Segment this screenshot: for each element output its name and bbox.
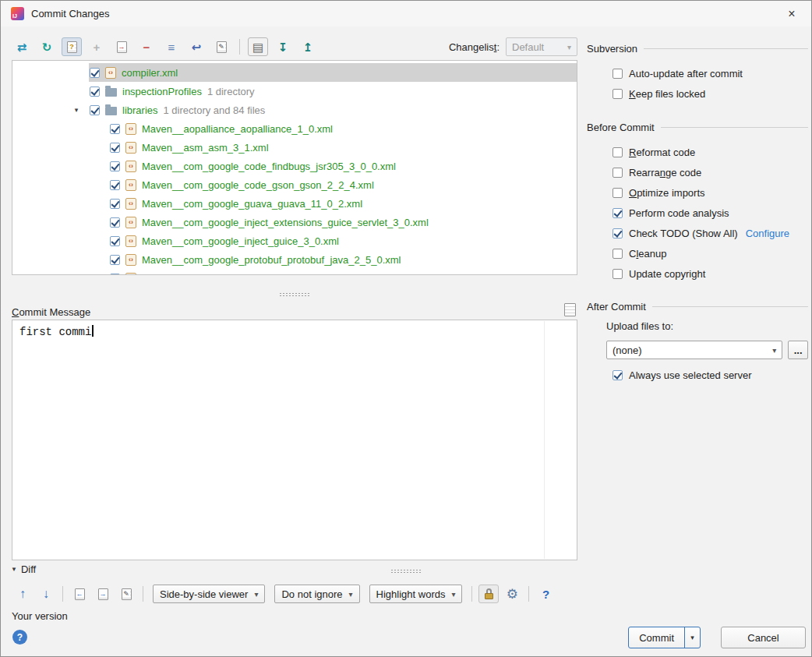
rearrange-code-checkbox[interactable] [613, 168, 623, 178]
jump-to-source-icon: ✎ [122, 588, 132, 600]
upload-server-combo[interactable]: (none) ▾ [606, 341, 782, 359]
commit-option-row: Update copyright [587, 263, 808, 284]
window-title: Commit Changes [31, 8, 109, 19]
close-icon[interactable]: × [782, 7, 801, 21]
xml-file-icon: ‹› [105, 67, 116, 79]
tree-row-maven-asm-asm-3-1-xml[interactable]: ‹›Maven__asm_asm_3_1.xml [12, 138, 577, 157]
auto-update-after-commit-checkbox[interactable] [613, 69, 623, 79]
include-checkbox[interactable] [110, 236, 120, 246]
ignore-whitespace-dropdown[interactable]: Do not ignore▾ [274, 585, 359, 603]
include-checkbox[interactable] [110, 143, 120, 153]
help-button[interactable]: ? [12, 630, 27, 645]
collapse-all-icon-button[interactable]: ↥ [298, 37, 318, 56]
add-to-vcs-icon-button[interactable]: + [86, 37, 107, 56]
commit-options-arrow[interactable]: ▾ [684, 627, 700, 648]
commit-option-row: Rearrange code [587, 162, 808, 182]
tree-row-inspectionprofiles[interactable]: inspectionProfiles1 directory [12, 82, 577, 101]
toolbar-icons: ⇄↻?+→−≡↩✎▤↧↥ [12, 37, 318, 56]
include-checkbox[interactable] [110, 255, 120, 265]
delete-icon-button[interactable]: − [136, 37, 157, 56]
tree-row-partial[interactable]: ‹› [12, 269, 577, 275]
show-unversioned-files-icon-button[interactable]: ? [62, 37, 82, 56]
tree-row-compiler-xml[interactable]: ‹›compiler.xml [12, 63, 577, 82]
include-checkbox[interactable] [110, 124, 120, 134]
expand-all-icon-button[interactable]: ↧ [273, 37, 293, 56]
section-header-subversion: Subversion [587, 41, 808, 55]
diff-section-toggle[interactable]: ▼ Diff [11, 563, 36, 575]
commit-option-row: Cleanup [587, 243, 808, 263]
collapse-all-icon: ↥ [303, 41, 313, 53]
changelist-combo[interactable]: Default ▾ [506, 37, 577, 56]
diff-toolbar: ↑↓←→✎Side-by-side viewer▾Do not ignore▾H… [12, 581, 556, 606]
update-copyright-checkbox[interactable] [613, 269, 623, 279]
include-checkbox[interactable] [110, 274, 120, 276]
previous-file-icon-button[interactable]: ← [69, 585, 90, 603]
refresh-icon-button[interactable]: ↻ [37, 37, 57, 56]
include-checkbox[interactable] [110, 161, 120, 171]
group-by-changelist-icon-button[interactable]: ≡ [161, 37, 182, 56]
tree-row-maven-aopalliance-aopalliance-1-0-xml[interactable]: ‹›Maven__aopalliance_aopalliance_1_0.xml [12, 119, 577, 138]
file-name: libraries [122, 104, 158, 116]
cleanup-checkbox[interactable] [613, 249, 623, 259]
revert-icon-button[interactable]: ↩ [186, 37, 207, 56]
include-checkbox[interactable] [90, 68, 100, 78]
revert-icon: ↩ [192, 41, 202, 53]
tree-row-maven-com-google-inject-extensions-guice-servlet-3-0-xml[interactable]: ‹›Maven__com_google_inject_extensions_gu… [12, 213, 577, 231]
previous-difference-icon-button[interactable]: ↑ [12, 585, 33, 603]
read-only-lock-icon-button[interactable] [478, 585, 499, 603]
file-name: Maven__com_google_code_gson_gson_2_2_4.x… [142, 179, 374, 191]
include-checkbox[interactable] [90, 105, 100, 115]
diff-help-icon-button[interactable]: ? [535, 585, 556, 603]
commit-history-icon[interactable] [564, 303, 576, 316]
toolbar-separator [239, 39, 240, 55]
edit-source-icon-button[interactable]: ✎ [211, 37, 231, 56]
always-use-label: Always use selected server [629, 369, 752, 381]
splitter-handle[interactable] [390, 569, 422, 574]
highlight-mode-dropdown[interactable]: Highlight words▾ [369, 585, 463, 603]
optimize-imports-checkbox[interactable] [613, 188, 623, 198]
tree-row-maven-com-google-guava-guava-11-0-2-xml[interactable]: ‹›Maven__com_google_guava_guava_11_0_2.x… [12, 194, 577, 213]
cancel-button[interactable]: Cancel [721, 627, 806, 648]
group-by-changelist-icon: ≡ [168, 41, 175, 53]
jump-to-source-icon-button[interactable]: ✎ [116, 585, 136, 603]
perform-code-analysis-checkbox[interactable] [613, 208, 623, 218]
changelist-group: Changelist: Default ▾ [449, 37, 577, 56]
check-todo-show-all-checkbox[interactable] [613, 228, 623, 238]
next-file-icon-button[interactable]: → [93, 585, 113, 603]
chevron-down-icon: ▾ [451, 590, 455, 599]
preview-diff-icon-button[interactable]: ▤ [248, 37, 268, 56]
xml-file-icon: ‹› [125, 179, 136, 191]
include-checkbox[interactable] [110, 180, 120, 190]
delete-icon: − [143, 41, 150, 53]
browse-button[interactable]: ... [788, 341, 808, 359]
tree-row-libraries[interactable]: ▾libraries1 directory and 84 files [12, 101, 577, 119]
tree-row-maven-com-google-code-gson-gson-2-2-4-xml[interactable]: ‹›Maven__com_google_code_gson_gson_2_2_4… [12, 175, 577, 194]
tree-row-maven-com-google-code-findbugs-jsr305-3-0-0-xml[interactable]: ‹›Maven__com_google_code_findbugs_jsr305… [12, 157, 577, 175]
include-checkbox[interactable] [110, 217, 120, 228]
next-difference-icon-button[interactable]: ↓ [36, 585, 56, 603]
next-difference-icon: ↓ [43, 588, 49, 600]
file-name: compiler.xml [122, 67, 178, 79]
move-to-another-changelist-icon-button[interactable]: → [111, 37, 132, 56]
edit-source-icon: ✎ [217, 41, 227, 53]
side-by-side-viewer-dropdown[interactable]: Side-by-side viewer▾ [153, 585, 265, 603]
diff-settings-gear-icon-button[interactable]: ⚙ [502, 585, 522, 603]
upload-server-row: (none) ▾ ... [587, 341, 808, 359]
configure-link[interactable]: Configure [746, 228, 789, 239]
keep-files-locked-checkbox[interactable] [613, 89, 623, 99]
section-title: After Commit [587, 301, 646, 313]
include-checkbox[interactable] [90, 87, 100, 97]
tree-row-maven-com-google-protobuf-protobuf-java-2-5-0-xml[interactable]: ‹›Maven__com_google_protobuf_protobuf_ja… [12, 250, 577, 269]
reformat-code-checkbox[interactable] [613, 147, 623, 157]
tree-row-maven-com-google-inject-guice-3-0-xml[interactable]: ‹›Maven__com_google_inject_guice_3_0.xml [12, 231, 577, 250]
option-label: Auto-update after commit [629, 68, 743, 79]
always-use-selected-server-checkbox[interactable] [613, 370, 623, 380]
splitter-handle[interactable] [279, 292, 310, 297]
option-label: Update copyright [629, 268, 705, 280]
include-checkbox[interactable] [110, 199, 120, 209]
xml-file-icon: ‹› [125, 123, 136, 135]
commit-message-editor[interactable]: first commi [12, 320, 577, 560]
tree-expand-icon[interactable]: ▾ [70, 106, 89, 114]
show-diff-icon-button[interactable]: ⇄ [12, 37, 32, 56]
commit-button[interactable]: Commit ▾ [628, 627, 701, 648]
